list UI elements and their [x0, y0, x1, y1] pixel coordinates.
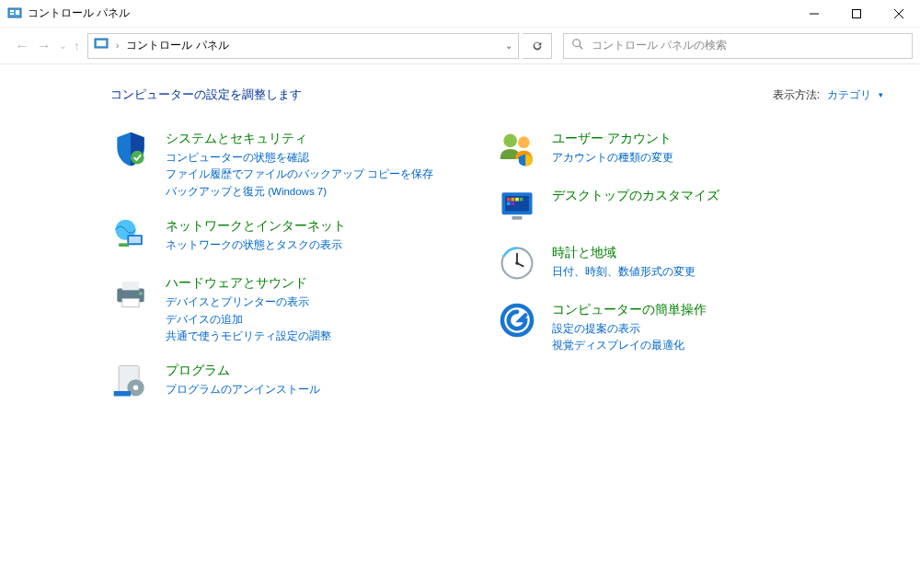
svg-rect-3 — [16, 10, 19, 15]
programs-icon[interactable] — [110, 361, 151, 401]
category-link[interactable]: デバイスとプリンターの表示 — [166, 294, 331, 310]
svg-point-25 — [503, 134, 517, 148]
recent-dropdown-icon[interactable]: ⌄ — [59, 40, 66, 51]
category-link[interactable]: 設定の提案の表示 — [552, 320, 707, 337]
maximize-button[interactable] — [835, 0, 878, 27]
search-icon — [571, 38, 584, 53]
category-ease-of-access: コンピューターの簡単操作 設定の提案の表示 視覚ディスプレイの最適化 — [497, 300, 846, 354]
titlebar: コントロール パネル — [0, 0, 920, 28]
svg-rect-15 — [129, 236, 141, 243]
svg-rect-33 — [507, 202, 511, 205]
clock-icon[interactable] — [497, 243, 537, 283]
view-by-value[interactable]: カテゴリ — [827, 87, 871, 103]
svg-line-11 — [580, 46, 583, 50]
chevron-down-icon: ▾ — [879, 90, 883, 99]
category-user-accounts: ユーザー アカウント アカウントの種類の変更 — [497, 129, 846, 169]
svg-point-40 — [515, 261, 519, 265]
window-controls — [793, 0, 920, 27]
category-system-security: システムとセキュリティ コンピューターの状態を確認 ファイル履歴でファイルのバッ… — [110, 129, 460, 200]
search-placeholder: コントロール パネルの検索 — [592, 38, 727, 53]
control-panel-icon — [7, 6, 22, 21]
back-button[interactable]: ← — [15, 38, 29, 54]
ease-of-access-icon[interactable] — [497, 300, 537, 340]
category-title[interactable]: ネットワークとインターネット — [166, 218, 346, 235]
minimize-button[interactable] — [793, 0, 835, 27]
monitor-customize-icon[interactable] — [497, 186, 537, 226]
category-title[interactable]: プログラム — [166, 363, 320, 379]
address-dropdown-icon[interactable]: ⌄ — [505, 40, 512, 51]
svg-rect-30 — [512, 198, 515, 202]
svg-rect-5 — [853, 9, 861, 17]
address-icon — [94, 37, 109, 54]
category-clock-region: 時計と地域 日付、時刻、数値形式の変更 — [497, 243, 846, 283]
address-bar[interactable]: › コントロール パネル ⌄ — [87, 33, 519, 59]
svg-rect-16 — [119, 244, 129, 248]
category-link[interactable]: 日付、時刻、数値形式の変更 — [552, 263, 696, 280]
view-by-control[interactable]: 表示方法: カテゴリ ▾ — [773, 87, 883, 103]
svg-rect-35 — [512, 216, 523, 220]
category-title[interactable]: 時計と地域 — [552, 245, 696, 261]
svg-point-12 — [131, 151, 144, 165]
close-button[interactable] — [878, 0, 920, 27]
category-link[interactable]: プログラムのアンインストール — [166, 381, 320, 398]
navigation-bar: ← → ⌄ ↑ › コントロール パネル ⌄ コントロール パネルの検索 — [0, 28, 920, 64]
category-appearance: デスクトップのカスタマイズ — [497, 186, 846, 226]
category-title[interactable]: コンピューターの簡単操作 — [552, 302, 707, 318]
svg-rect-24 — [114, 391, 131, 397]
refresh-button[interactable] — [523, 33, 552, 59]
category-link[interactable]: コンピューターの状態を確認 — [166, 149, 433, 166]
category-link[interactable]: デバイスの追加 — [166, 311, 331, 328]
chevron-right-icon: › — [116, 40, 119, 51]
category-link[interactable]: 共通で使うモビリティ設定の調整 — [166, 328, 331, 344]
category-title[interactable]: ユーザー アカウント — [552, 131, 673, 147]
category-link[interactable]: ネットワークの状態とタスクの表示 — [166, 236, 346, 253]
category-link[interactable]: ファイル履歴でファイルのバックアップ コピーを保存 — [166, 166, 433, 182]
shield-icon[interactable] — [110, 129, 151, 169]
category-link[interactable]: アカウントの種類の変更 — [552, 149, 673, 166]
category-title[interactable]: システムとセキュリティ — [166, 131, 433, 147]
svg-rect-34 — [512, 202, 515, 205]
up-button[interactable]: ↑ — [74, 39, 80, 53]
svg-rect-31 — [515, 198, 519, 202]
window-title: コントロール パネル — [28, 6, 793, 21]
breadcrumb-item[interactable]: コントロール パネル — [126, 38, 228, 53]
content-header: コンピューターの設定を調整します 表示方法: カテゴリ ▾ — [110, 86, 883, 103]
svg-rect-1 — [10, 10, 14, 12]
printer-icon[interactable] — [110, 273, 151, 314]
globe-network-icon[interactable] — [110, 216, 151, 257]
category-link[interactable]: 視覚ディスプレイの最適化 — [552, 337, 707, 353]
view-by-label: 表示方法: — [773, 87, 820, 103]
category-title[interactable]: ハードウェアとサウンド — [166, 275, 331, 292]
category-hardware: ハードウェアとサウンド デバイスとプリンターの表示 デバイスの追加 共通で使うモ… — [110, 273, 460, 344]
page-heading: コンピューターの設定を調整します — [110, 86, 302, 103]
svg-rect-29 — [507, 198, 511, 202]
left-column: システムとセキュリティ コンピューターの状態を確認 ファイル履歴でファイルのバッ… — [110, 129, 460, 418]
svg-rect-18 — [122, 282, 139, 290]
svg-point-10 — [573, 40, 581, 47]
svg-rect-9 — [97, 40, 106, 46]
category-network: ネットワークとインターネット ネットワークの状態とタスクの表示 — [110, 216, 460, 257]
search-input[interactable]: コントロール パネルの検索 — [563, 33, 913, 59]
category-title[interactable]: デスクトップのカスタマイズ — [552, 188, 719, 204]
svg-rect-2 — [10, 13, 14, 15]
category-programs: プログラム プログラムのアンインストール — [110, 361, 460, 401]
svg-point-26 — [518, 136, 530, 148]
svg-rect-32 — [520, 198, 523, 202]
svg-point-20 — [139, 292, 143, 295]
right-column: ユーザー アカウント アカウントの種類の変更 デスクトップのカスタマイズ 時計と… — [497, 129, 846, 418]
svg-point-23 — [133, 386, 139, 391]
svg-rect-19 — [122, 299, 139, 307]
category-link[interactable]: バックアップと復元 (Windows 7) — [166, 183, 433, 200]
nav-arrows: ← → ⌄ ↑ — [7, 38, 84, 54]
category-columns: システムとセキュリティ コンピューターの状態を確認 ファイル履歴でファイルのバッ… — [110, 129, 883, 418]
forward-button[interactable]: → — [37, 38, 52, 54]
content-area: コンピューターの設定を調整します 表示方法: カテゴリ ▾ システムとセキュリテ… — [0, 64, 920, 418]
users-icon[interactable] — [497, 129, 537, 169]
